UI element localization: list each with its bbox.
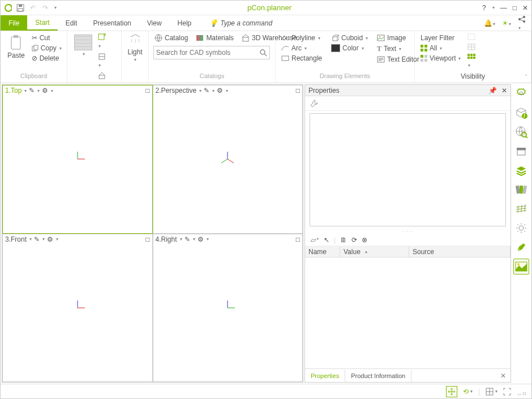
cut-button[interactable]: ✂Cut bbox=[31, 33, 63, 42]
polyline-button[interactable]: Polyline▾ bbox=[280, 33, 323, 42]
save-icon[interactable] bbox=[16, 4, 24, 12]
room-tool-1[interactable]: +▾ bbox=[98, 33, 106, 49]
gear-icon[interactable]: ⚙ bbox=[217, 87, 223, 95]
col-name[interactable]: Name bbox=[305, 246, 340, 257]
title-bar: ↶ ↷ ▾ pCon.planner ? ▾ — □ ✕ bbox=[1, 1, 531, 15]
close-panel-icon[interactable]: ✕ bbox=[501, 87, 507, 95]
tab-edit[interactable]: Edit bbox=[58, 15, 85, 31]
tab-product-info[interactable]: Product Information bbox=[345, 370, 411, 381]
undo-icon[interactable]: ↶ bbox=[29, 4, 37, 12]
color-button[interactable]: Color▾ bbox=[330, 44, 369, 53]
tab-presentation[interactable]: Presentation bbox=[85, 15, 139, 31]
collapse-ribbon-icon[interactable]: ⌃ bbox=[524, 74, 529, 79]
maximize-icon[interactable]: □ bbox=[513, 4, 517, 12]
catalog-search-input[interactable] bbox=[156, 49, 259, 57]
vis-tool-1[interactable] bbox=[467, 33, 475, 40]
color-label: Color bbox=[342, 44, 359, 52]
room-tool-2[interactable]: ▾ bbox=[98, 53, 106, 68]
splitter-grip[interactable]: ┄┄┄ bbox=[305, 229, 510, 234]
redo-icon[interactable]: ↷ bbox=[41, 4, 49, 12]
tabs-close-icon[interactable]: ✕ bbox=[496, 372, 510, 380]
pencil-icon[interactable]: ✎ bbox=[29, 87, 35, 95]
copy-button[interactable]: Copy▾ bbox=[31, 44, 63, 53]
rectangle-button[interactable]: Rectangle bbox=[280, 54, 323, 63]
tab-view[interactable]: View bbox=[139, 15, 170, 31]
delete-button[interactable]: ⊘Delete bbox=[31, 54, 63, 63]
viewport-front[interactable]: 3.Front▾✎▾⚙▾□ bbox=[2, 234, 153, 383]
paste-button[interactable]: Paste bbox=[5, 33, 27, 61]
add-icon[interactable]: ▱⁺ bbox=[311, 236, 319, 244]
catalog-button[interactable]: Catalog bbox=[153, 33, 189, 42]
side-swatches-icon[interactable] bbox=[513, 182, 529, 198]
viewport-button[interactable]: Viewport▾ bbox=[419, 54, 462, 63]
share-icon[interactable]: ▾ bbox=[518, 15, 526, 31]
side-box-info-icon[interactable]: i bbox=[513, 105, 529, 121]
type-command[interactable]: 💡 Type a command bbox=[209, 15, 272, 31]
side-layers-icon[interactable] bbox=[513, 162, 529, 178]
bell-icon[interactable]: 🔔▾ bbox=[484, 19, 495, 27]
svg-rect-10 bbox=[14, 35, 18, 38]
maximize-viewport-icon[interactable]: □ bbox=[296, 235, 300, 243]
side-pen-icon[interactable] bbox=[513, 239, 529, 255]
col-source[interactable]: Source bbox=[409, 246, 510, 257]
pin-icon[interactable]: 📌 bbox=[488, 87, 497, 95]
pencil-icon[interactable]: ✎ bbox=[34, 235, 40, 243]
tab-start[interactable]: Start bbox=[27, 15, 57, 31]
maximize-viewport-icon[interactable]: □ bbox=[145, 235, 149, 243]
svg-rect-38 bbox=[421, 45, 423, 48]
catalog-search[interactable] bbox=[153, 46, 270, 59]
side-terrain-icon[interactable] bbox=[513, 201, 529, 217]
vis-tool-3[interactable]: ▾ bbox=[467, 54, 475, 68]
gear-icon[interactable]: ⚙ bbox=[42, 87, 48, 95]
texteditor-button[interactable]: Text Editor bbox=[376, 55, 421, 64]
viewport-top[interactable]: 1.Top▾✎▾⚙▾□ bbox=[2, 85, 153, 234]
tab-properties[interactable]: Properties bbox=[305, 370, 345, 381]
tab-help[interactable]: Help bbox=[170, 15, 200, 31]
wall-button[interactable]: ▾ bbox=[72, 33, 95, 58]
help-dropdown-icon[interactable]: ▾ bbox=[492, 5, 495, 10]
status-resize-grip[interactable]: ⣀⣤ bbox=[517, 388, 527, 396]
svg-point-83 bbox=[519, 226, 524, 230]
file-menu[interactable]: File bbox=[1, 15, 27, 31]
light-button[interactable]: Light▾ bbox=[125, 33, 144, 63]
arc-button[interactable]: Arc▾ bbox=[280, 44, 323, 53]
text-button[interactable]: TText▾ bbox=[376, 44, 421, 54]
status-move-icon[interactable] bbox=[446, 386, 457, 397]
status-fullscreen-icon[interactable] bbox=[503, 388, 511, 396]
maximize-viewport-icon[interactable]: □ bbox=[145, 87, 149, 95]
refresh-icon[interactable]: ⟳ bbox=[351, 236, 357, 244]
status-snap-icon[interactable]: ⟲▾ bbox=[463, 388, 473, 396]
remove-icon[interactable]: ⊗ bbox=[362, 236, 367, 244]
materials-button[interactable]: Materials bbox=[195, 33, 235, 42]
pencil-icon[interactable]: ✎ bbox=[185, 235, 190, 243]
col-value[interactable]: Value▴ bbox=[340, 246, 409, 257]
pencil-icon[interactable]: ✎ bbox=[204, 87, 209, 95]
help-icon[interactable]: ? bbox=[482, 4, 486, 12]
image-button[interactable]: Image bbox=[376, 33, 421, 42]
side-settings-icon[interactable] bbox=[513, 85, 529, 101]
side-image-icon[interactable] bbox=[513, 259, 529, 274]
minimize-icon[interactable]: — bbox=[500, 4, 507, 12]
viewport-perspective[interactable]: 2.Perspective▾✎▾⚙▾□ bbox=[153, 85, 303, 234]
all-button[interactable]: All▾ bbox=[419, 44, 462, 53]
side-sun-icon[interactable] bbox=[513, 220, 529, 236]
page-icon[interactable]: 🗎 bbox=[340, 236, 347, 244]
side-toolbar: i bbox=[511, 83, 531, 384]
cuboid-button[interactable]: Cuboid▾ bbox=[330, 33, 369, 42]
side-globe-search-icon[interactable] bbox=[513, 124, 529, 140]
app-title: pCon.planner bbox=[57, 3, 482, 12]
viewport-right[interactable]: 4.Right▾✎▾⚙▾□ bbox=[153, 234, 303, 383]
close-icon[interactable]: ✕ bbox=[522, 4, 528, 12]
maximize-viewport-icon[interactable]: □ bbox=[296, 87, 300, 95]
cursor-icon[interactable]: ↖ bbox=[324, 236, 329, 244]
search-icon[interactable] bbox=[259, 49, 267, 57]
brightness-icon[interactable]: ☀▾ bbox=[502, 19, 511, 27]
vis-tool-2[interactable] bbox=[467, 44, 475, 50]
status-grid-icon[interactable]: ▾ bbox=[486, 388, 497, 396]
gear-icon[interactable]: ⚙ bbox=[198, 235, 204, 243]
side-archive-icon[interactable] bbox=[513, 143, 529, 159]
arc-label: Arc bbox=[291, 44, 302, 52]
wrench-icon[interactable] bbox=[310, 99, 319, 108]
svg-rect-24 bbox=[199, 35, 201, 41]
gear-icon[interactable]: ⚙ bbox=[47, 235, 53, 243]
